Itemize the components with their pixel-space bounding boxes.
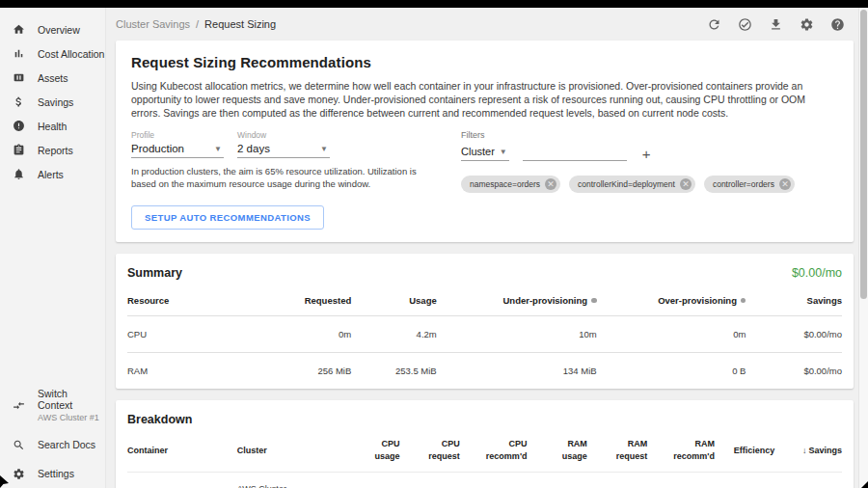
sidebar-item-alerts[interactable]: Alerts [12, 162, 105, 186]
assets-icon [12, 71, 25, 85]
cell-requested: 0m [245, 329, 352, 339]
profile-select[interactable]: Profile Production ▼ [131, 130, 224, 158]
sidebar-item-label: Cost Allocation [38, 48, 104, 60]
chip-remove-icon[interactable]: ✕ [680, 178, 692, 190]
filter-chip-label: namespace=orders [470, 179, 540, 189]
compare-arrows-icon [12, 398, 25, 412]
cell-usage: 253.5 MiB [351, 366, 436, 376]
filter-chip: controller=orders ✕ [704, 176, 795, 193]
col-ram-usage[interactable]: RAMusage [528, 438, 587, 463]
gear-icon [12, 467, 25, 480]
sidebar-spacer [12, 186, 105, 372]
download-icon[interactable] [769, 17, 783, 32]
sidebar-item-label: Overview [38, 24, 80, 36]
sidebar-item-savings[interactable]: Savings [12, 90, 105, 114]
col-ram-request[interactable]: RAMrequest [587, 438, 647, 463]
breadcrumb: Cluster Savings / Request Sizing [116, 18, 276, 30]
col-savings-sort[interactable]: ↓Savings [774, 445, 842, 457]
refresh-icon[interactable] [707, 17, 721, 32]
filter-chip: namespace=orders ✕ [461, 176, 560, 193]
sidebar-item-label: Alerts [38, 169, 64, 180]
profile-note: In production clusters, the aim is 65% r… [131, 165, 420, 190]
switch-context-button[interactable]: Switch Context AWS Cluster #1 [12, 388, 105, 422]
table-row: orders/orders:orders AWS Cluster #1/clus… [127, 473, 842, 488]
cell-resource: RAM [127, 366, 245, 376]
page-description: Using Kubecost allocation metrics, we de… [131, 79, 813, 120]
switch-context-text: Switch Context AWS Cluster #1 [38, 388, 105, 422]
controls-row: Profile Production ▼ Window 2 days ▼ [131, 130, 834, 193]
sidebar-item-assets[interactable]: Assets [12, 66, 105, 90]
chip-remove-icon[interactable]: ✕ [779, 178, 791, 190]
cell-over-provisioning: 0m [597, 329, 746, 339]
window-select[interactable]: Window 2 days ▼ [237, 130, 330, 158]
filter-type-value: Cluster [461, 146, 495, 157]
col-container: Container [127, 445, 237, 457]
sidebar-item-cost-allocation[interactable]: Cost Allocation [12, 41, 105, 66]
cell-requested: 256 MiB [245, 366, 352, 376]
cell-usage: 4.2m [351, 329, 436, 339]
window-select-label: Window [237, 130, 330, 140]
sidebar: Overview Cost Allocation Assets Savings … [0, 8, 106, 488]
filter-type-select[interactable]: Cluster ▼ [461, 144, 509, 161]
sidebar-item-label: Assets [38, 72, 68, 84]
header-row: Cluster Savings / Request Sizing [106, 8, 868, 41]
summary-table-header: Resource Requested Usage Under-provision… [127, 295, 842, 316]
filter-value-input[interactable] [523, 146, 627, 161]
sidebar-item-health[interactable]: Health [12, 114, 105, 138]
bell-icon [12, 168, 25, 181]
col-cpu-recommended[interactable]: CPUrecomm'd [460, 438, 528, 463]
home-icon [12, 23, 25, 37]
filter-chip-label: controllerKind=deployment [578, 179, 675, 189]
col-efficiency[interactable]: Efficiency [715, 445, 774, 457]
profile-select-value: Production [131, 143, 184, 154]
health-alert-icon [12, 120, 25, 133]
cell-under-provisioning: 134 MiB [437, 366, 597, 376]
col-ram-recommended[interactable]: RAMrecomm'd [647, 438, 715, 463]
check-circle-icon[interactable] [738, 17, 752, 32]
col-cpu-request[interactable]: CPUrequest [399, 438, 459, 463]
search-icon [12, 438, 25, 451]
settings-gear-icon[interactable] [800, 17, 814, 32]
summary-title: Summary [127, 266, 182, 280]
chevron-down-icon: ▼ [320, 145, 328, 153]
col-cluster: Cluster [237, 445, 347, 457]
breakdown-card: Breakdown Container Cluster CPUusage CPU… [116, 400, 854, 488]
sort-descending-icon: ↓ [802, 446, 807, 455]
add-filter-button[interactable]: + [640, 148, 653, 161]
chevron-down-icon: ▼ [214, 145, 222, 153]
dollar-icon [12, 95, 25, 109]
scrollbar-thumb[interactable] [860, 10, 867, 299]
search-docs-button[interactable]: Search Docs [12, 438, 105, 451]
sidebar-item-label: Reports [38, 145, 73, 156]
window-select-value: 2 days [237, 143, 270, 154]
topbar-actions [707, 17, 845, 32]
setup-auto-recommendations-button[interactable]: SETUP AUTO RECOMMENDATIONS [131, 205, 324, 230]
vertical-scrollbar[interactable] [858, 8, 868, 488]
cell-savings: $0.00/mo [746, 366, 842, 376]
chevron-down-icon: ▼ [500, 148, 507, 156]
breadcrumb-separator: / [196, 18, 199, 30]
table-row: CPU 0m 4.2m 10m 0m $0.00/mo [127, 316, 842, 353]
cell-over-provisioning: 0 B [597, 366, 746, 376]
col-requested: Requested [245, 295, 352, 306]
col-resource: Resource [127, 295, 245, 306]
cell-resource: CPU [127, 329, 245, 339]
request-sizing-card: Request Sizing Recommendations Using Kub… [116, 41, 854, 242]
settings-button[interactable]: Settings [12, 467, 105, 480]
help-icon[interactable] [830, 17, 845, 32]
col-savings: Savings [746, 295, 842, 306]
switch-context-value: AWS Cluster #1 [38, 413, 105, 422]
filters-label: Filters [461, 130, 834, 140]
breakdown-table-header: Container Cluster CPUusage CPUrequest CP… [127, 438, 842, 473]
breadcrumb-parent[interactable]: Cluster Savings [116, 18, 190, 30]
breakdown-title: Breakdown [127, 413, 192, 426]
table-row: RAM 256 MiB 253.5 MiB 134 MiB 0 B $0.00/… [127, 353, 842, 389]
settings-label: Settings [38, 468, 74, 479]
col-usage: Usage [351, 295, 436, 306]
filter-chips: namespace=orders ✕ controllerKind=deploy… [461, 176, 834, 193]
sidebar-item-reports[interactable]: Reports [12, 138, 105, 162]
chip-remove-icon[interactable]: ✕ [545, 178, 556, 190]
filter-chip: controllerKind=deployment ✕ [569, 176, 695, 193]
sidebar-item-overview[interactable]: Overview [12, 17, 105, 41]
col-cpu-usage[interactable]: CPUusage [346, 438, 399, 463]
